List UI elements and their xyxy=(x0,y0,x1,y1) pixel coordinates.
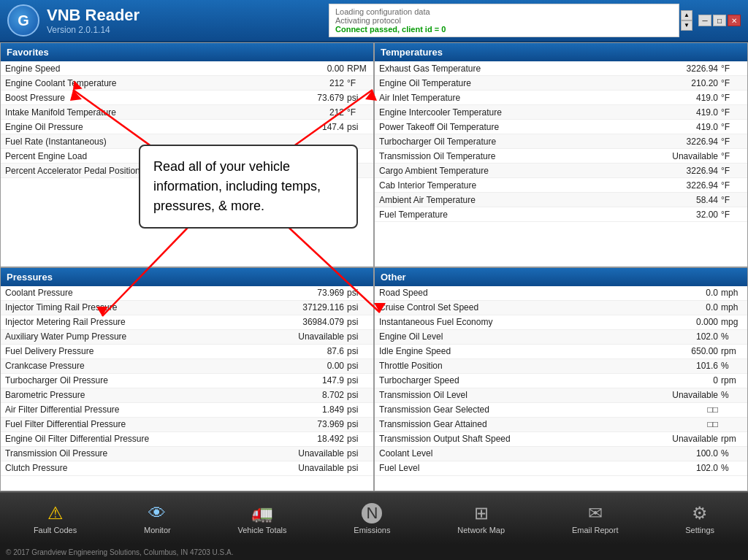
row-label: Air Filter Differential Pressure xyxy=(5,404,281,415)
status-box: Loading configuration data Activating pr… xyxy=(329,4,679,37)
row-unit: °F xyxy=(721,151,743,161)
row-label: Transmission Oil Temperature xyxy=(379,151,655,161)
nav-email-report[interactable]: ✉ Email Report xyxy=(561,499,630,538)
row-unit: RPM xyxy=(347,64,369,74)
row-value: 102.0 xyxy=(655,331,721,342)
row-value: 0 xyxy=(655,375,721,386)
table-row: Turbocharger Oil Pressure 147.9 psi xyxy=(1,374,373,388)
close-button[interactable]: ✕ xyxy=(728,15,741,26)
row-unit: psi xyxy=(347,463,369,473)
temperatures-header: Temperatures xyxy=(375,43,747,61)
table-row: Transmission Output Shaft Speed Unavaila… xyxy=(375,432,747,447)
table-row: Air Filter Differential Pressure 1.849 p… xyxy=(1,403,373,418)
row-label: Road Speed xyxy=(379,288,655,298)
table-row: Transmission Oil Temperature Unavailable… xyxy=(375,149,747,164)
row-unit: °F xyxy=(721,195,743,205)
table-row: Cruise Control Set Speed 0.0 mph xyxy=(375,301,747,315)
row-unit: °F xyxy=(721,107,743,118)
row-value: 419.0 xyxy=(655,93,721,103)
nav-emissions[interactable]: N Emissions xyxy=(343,499,401,538)
row-unit: mpg xyxy=(721,317,743,327)
row-label: Engine Oil Level xyxy=(379,331,655,342)
nav-settings[interactable]: ⚙ Settings xyxy=(674,499,725,538)
table-row: Engine Oil Filter Differential Pressure … xyxy=(1,432,373,447)
table-row: Instantaneous Fuel Economy 0.000 mpg xyxy=(375,315,747,330)
monitor-icon: 👁 xyxy=(148,503,166,523)
row-label: Turbocharger Oil Temperature xyxy=(379,137,655,147)
row-unit: psi xyxy=(347,419,369,429)
row-value: 0.00 xyxy=(281,64,347,74)
row-value: 37129.116 xyxy=(281,302,347,312)
row-value: Unavailable xyxy=(655,390,721,400)
table-row: Turbocharger Oil Temperature 3226.94 °F xyxy=(375,134,747,149)
row-value: 32.00 xyxy=(655,210,721,220)
row-value: Unavailable xyxy=(281,331,347,342)
table-row: Coolant Pressure 73.969 psi xyxy=(1,286,373,301)
nav-vehicle-totals[interactable]: 🚛 Vehicle Totals xyxy=(226,499,297,538)
row-value: 147.4 xyxy=(281,122,347,132)
table-row: Air Inlet Temperature 419.0 °F xyxy=(375,91,747,105)
scroll-down-button[interactable]: ▼ xyxy=(681,20,692,31)
table-row: Engine Oil Level 102.0 % xyxy=(375,330,747,345)
other-content[interactable]: Road Speed 0.0 mph Cruise Control Set Sp… xyxy=(375,286,747,491)
row-value: 87.6 xyxy=(281,346,347,356)
row-unit: rpm xyxy=(721,434,743,444)
app-version: Version 2.0.1.14 xyxy=(47,25,140,35)
row-unit: psi xyxy=(347,361,369,371)
row-unit: psi xyxy=(347,346,369,356)
nav-network-map[interactable]: ⊞ Network Map xyxy=(446,499,516,538)
row-unit: °F xyxy=(721,122,743,132)
table-row: Intake Manifold Temperature 212 °F xyxy=(1,105,373,120)
nav-monitor[interactable]: 👁 Monitor xyxy=(133,499,182,538)
nav-monitor-label: Monitor xyxy=(144,526,171,534)
row-unit: % xyxy=(721,463,743,473)
scroll-up-button[interactable]: ▲ xyxy=(681,10,692,20)
table-row: Turbocharger Speed 0 rpm xyxy=(375,374,747,388)
pressures-content[interactable]: Coolant Pressure 73.969 psi Injector Tim… xyxy=(1,286,373,491)
maximize-button[interactable]: □ xyxy=(713,15,726,26)
row-value: 0.0 xyxy=(655,288,721,298)
fault-codes-icon: ⚠ xyxy=(47,503,64,523)
row-label: Coolant Pressure xyxy=(5,288,281,298)
app-logo: G xyxy=(7,4,39,37)
row-unit: °F xyxy=(721,93,743,103)
row-label: Auxiliary Water Pump Pressure xyxy=(5,331,281,342)
row-unit: °F xyxy=(347,107,369,118)
minimize-button[interactable]: ─ xyxy=(698,15,711,26)
row-label: Coolant Level xyxy=(379,448,655,459)
temperatures-panel: Temperatures Exhaust Gas Temperature 322… xyxy=(374,42,748,267)
row-label: Power Takeoff Oil Temperature xyxy=(379,122,655,132)
table-row: Ambient Air Temperature 58.44 °F xyxy=(375,193,747,207)
table-row: Engine Oil Pressure 147.4 psi xyxy=(1,120,373,134)
row-value: Unavailable xyxy=(655,434,721,444)
status-line1: Loading configuration data xyxy=(335,7,673,16)
row-label: Intake Manifold Temperature xyxy=(5,107,281,118)
row-label: Exhaust Gas Temperature xyxy=(379,64,655,74)
vehicle-totals-icon: 🚛 xyxy=(251,503,273,523)
table-row: Injector Timing Rail Pressure 37129.116 … xyxy=(1,301,373,315)
temperatures-content[interactable]: Exhaust Gas Temperature 3226.94 °F Engin… xyxy=(375,61,747,266)
table-row: Auxiliary Water Pump Pressure Unavailabl… xyxy=(1,330,373,345)
row-value: 0.000 xyxy=(655,317,721,327)
status-scrollbar[interactable]: ▲ ▼ xyxy=(681,10,692,31)
nav-fault-codes[interactable]: ⚠ Fault Codes xyxy=(23,499,88,538)
row-unit: % xyxy=(721,331,743,342)
settings-icon: ⚙ xyxy=(692,503,708,523)
table-row: Throttle Position 101.6 % xyxy=(375,359,747,374)
row-label: Transmission Gear Selected xyxy=(379,404,655,415)
row-value: 73.969 xyxy=(281,419,347,429)
table-row: Coolant Level 100.0 % xyxy=(375,447,747,461)
row-label: Barometric Pressure xyxy=(5,390,281,400)
nav-email-report-label: Email Report xyxy=(572,526,619,534)
app-name: VNB Reader xyxy=(47,6,140,25)
row-value: □□ xyxy=(655,404,721,415)
pressures-header: Pressures xyxy=(1,268,373,286)
email-report-icon: ✉ xyxy=(588,503,603,523)
row-label: Engine Oil Temperature xyxy=(379,78,655,88)
row-label: Cargo Ambient Temperature xyxy=(379,166,655,176)
app-info: VNB Reader Version 2.0.1.14 xyxy=(47,6,140,35)
row-value: 3226.94 xyxy=(655,64,721,74)
row-value: 1.849 xyxy=(281,404,347,415)
table-row: Fuel Temperature 32.00 °F xyxy=(375,207,747,222)
row-unit: % xyxy=(721,448,743,459)
